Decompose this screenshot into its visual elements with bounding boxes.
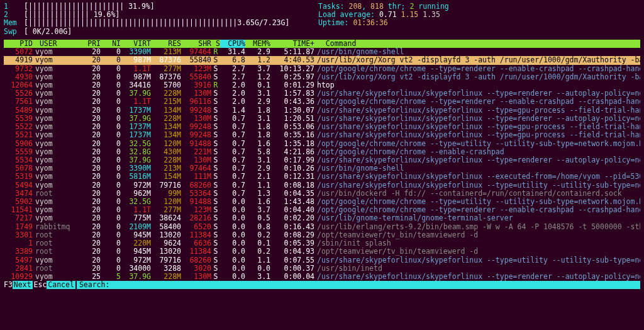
- stats: Tasks: 208, 818 thr; 2 running Load aver…: [318, 3, 449, 36]
- swp-bar: [ 0K/2.00G]: [24, 28, 72, 36]
- process-row[interactable]: 5497vyom200972M7971668260S0.01.10:07.55/…: [4, 256, 640, 265]
- process-list[interactable]: 5072vyom2003390M213M97464R31.42.95:11.87…: [4, 48, 640, 281]
- search-input[interactable]: Search:: [77, 281, 640, 289]
- mem-label: Mem: [4, 19, 24, 27]
- uptime-line: Uptime: 01:36:36: [318, 19, 449, 27]
- process-row[interactable]: 9732vyom2001.1T277M123MS2.73.710:13.27/o…: [4, 65, 640, 73]
- process-row[interactable]: 5521vyom2001737M134M99248S0.71.80:35.16/…: [4, 131, 640, 139]
- process-row[interactable]: 5489vyom2001737M134M99248S1.41.81:30.07/…: [4, 106, 640, 115]
- footer-bar: F3Next EscCancel Search:: [4, 281, 640, 289]
- hdr-cmd[interactable]: Command: [314, 40, 640, 48]
- process-row[interactable]: 7217vyom200775M3862428216S0.00.50:02.20/…: [4, 214, 640, 222]
- process-row[interactable]: 4919vyom200987M8737655840S6.81.24:40.53/…: [4, 56, 640, 64]
- esc-key[interactable]: Esc: [34, 281, 47, 289]
- mem-bar: [|||||||||||||||||||||||||||||||||||||||…: [24, 19, 289, 27]
- process-row[interactable]: 5319vyom2005816M154M111MS0.72.10:12.31/u…: [4, 173, 640, 181]
- meters: 1 [|||||||||||||||||||||| 31.9%] 2 [||||…: [4, 3, 318, 36]
- process-row[interactable]: 1749rabbitmq2002109M584006520S0.00.80:16…: [4, 223, 640, 231]
- f3-label[interactable]: Next: [13, 281, 33, 289]
- swp-meter: Swp [ 0K/2.00G]: [4, 28, 318, 36]
- process-row[interactable]: 3389root200945M1302011384S0.00.20:04.93/…: [4, 248, 640, 256]
- process-row[interactable]: 5494vyom200972M7971668260S0.71.10:08.18/…: [4, 181, 640, 190]
- process-row[interactable]: 5906vyom20032.5G120M91488S0.71.61:35.18/…: [4, 140, 640, 148]
- swp-label: Swp: [4, 28, 24, 36]
- top-panel: 1 [|||||||||||||||||||||| 31.9%] 2 [||||…: [4, 3, 640, 36]
- esc-label[interactable]: Cancel: [47, 281, 75, 289]
- process-row[interactable]: 7561vyom2001.1T215M96116S2.02.90:43.36/o…: [4, 98, 640, 106]
- f3-key[interactable]: F3: [4, 281, 13, 289]
- process-row[interactable]: 5559vyom20032.8G430M221MS0.75.84:21.86/o…: [4, 148, 640, 156]
- process-row[interactable]: 4930vyom200987M8737655840S2.71.20:25.97/…: [4, 73, 640, 81]
- mem-meter: Mem [|||||||||||||||||||||||||||||||||||…: [4, 19, 318, 27]
